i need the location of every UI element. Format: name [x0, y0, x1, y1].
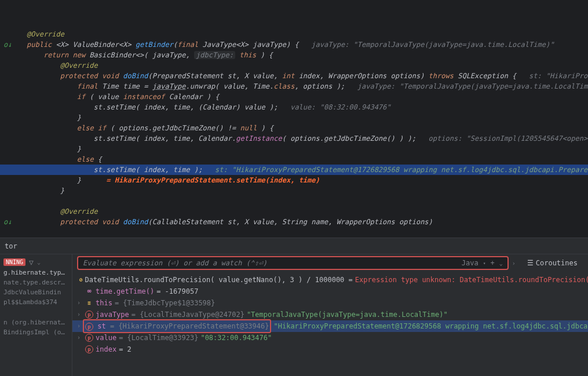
chevron-down-icon[interactable]: ⌄: [37, 259, 43, 265]
filter-icon[interactable]: ▽: [29, 258, 34, 267]
chevron-right-icon[interactable]: ›: [77, 297, 83, 309]
var-row[interactable]: ∞ time.getTime() = -1679057: [72, 286, 588, 297]
stack-frame[interactable]: pl$$Lambda$374: [0, 297, 72, 307]
var-row[interactable]: ⊘ DateTimeUtils.roundToPrecision( value.…: [72, 274, 588, 286]
execution-line[interactable]: st.setTime( index, time ); st: "HikariPr…: [0, 165, 588, 175]
stack-frame[interactable]: JdbcValueBindin: [0, 287, 72, 297]
chevron-right-icon[interactable]: ›: [512, 260, 518, 267]
red-highlight-box: p st = {HikariProxyPreparedStatement@339…: [83, 319, 271, 333]
chevron-right-icon[interactable]: ›: [77, 332, 83, 344]
var-row[interactable]: › p value = {LocalTime@33923} "08:32:00.…: [72, 332, 588, 344]
orange-annotation: = HikariProxyPreparedStatement.setTime(i…: [106, 176, 319, 184]
var-row[interactable]: › p javaType = {LocalTimeJavaType@24702}…: [72, 309, 588, 320]
coroutines-tab[interactable]: ☰ Coroutines: [521, 259, 583, 267]
param-icon: p: [85, 345, 93, 353]
stack-frame[interactable]: nate.type.descript: [0, 278, 72, 287]
gutter-override-icon[interactable]: o↓: [3, 217, 12, 227]
debug-tab[interactable]: tor: [5, 242, 17, 250]
chevron-right-icon[interactable]: ›: [77, 320, 81, 332]
param-icon: p: [85, 334, 93, 342]
param-hint: jdbcType:: [194, 51, 235, 59]
stack-frame[interactable]: g.hibernate.type.: [0, 268, 72, 278]
evaluate-expression-input[interactable]: Evaluate expression (⏎) or add a watch (…: [77, 256, 509, 270]
stack-frame[interactable]: n (org.hibernate.e: [0, 317, 72, 327]
warning-icon: ⊘: [79, 276, 82, 284]
code-editor[interactable]: @Override o↓public <X> ValueBinder<X> ge…: [0, 0, 588, 238]
chevron-down-icon[interactable]: ⌄: [499, 260, 503, 267]
debug-panel: tor NNING ▽ ⌄ g.hibernate.type. nate.typ…: [0, 238, 588, 376]
annotation: @Override: [27, 30, 64, 38]
param-icon: p: [85, 323, 93, 331]
variables-panel[interactable]: ⊘ DateTimeUtils.roundToPrecision( value.…: [72, 272, 588, 376]
list-icon: ☰: [527, 259, 534, 267]
param-icon: p: [85, 311, 93, 319]
gutter-override-icon[interactable]: o↓: [3, 39, 12, 50]
frames-panel[interactable]: NNING ▽ ⌄ g.hibernate.type. nate.type.de…: [0, 254, 72, 376]
var-row[interactable]: › ≡ this = {TimeJdbcType$1@33598}: [72, 297, 588, 309]
stack-icon: ≡: [85, 299, 93, 307]
running-badge: NNING: [3, 258, 25, 266]
stack-frame[interactable]: BindingsImpl (org: [0, 327, 72, 337]
chevron-right-icon[interactable]: ›: [77, 309, 83, 320]
plus-icon[interactable]: +: [490, 259, 494, 267]
var-row[interactable]: p index = 2: [72, 344, 588, 355]
link-icon: ∞: [85, 287, 93, 295]
inline-hint: javaType: "TemporalJavaType(javaType=jav…: [311, 41, 554, 49]
var-row-selected[interactable]: › p st = {HikariProxyPreparedStatement@3…: [72, 320, 588, 332]
